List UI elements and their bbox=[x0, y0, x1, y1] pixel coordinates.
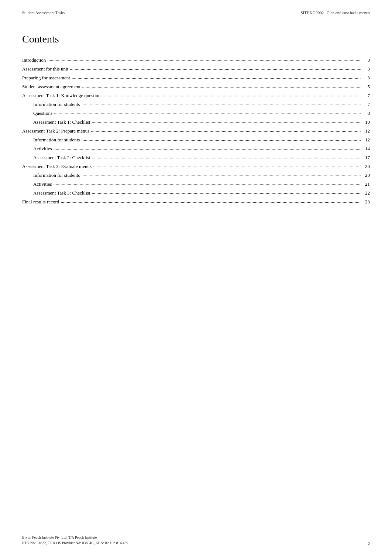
toc-label: Activities bbox=[22, 146, 52, 152]
footer-line1: Bryan Peach Institute Pty. Ltd. T/A Peac… bbox=[22, 535, 128, 540]
page-header: Student Assessment Tasks SITHKOP002 - Pl… bbox=[0, 0, 392, 15]
toc-label: Assessment Task 3: Checklist bbox=[22, 190, 90, 196]
toc-page-number: 12 bbox=[362, 128, 370, 134]
toc-row: Activities14 bbox=[22, 145, 370, 153]
toc-label: Questions bbox=[22, 110, 52, 116]
toc-dots bbox=[54, 181, 361, 186]
toc-row: Information for students7 bbox=[22, 100, 370, 109]
toc-row: Assessment Task 1: Knowledge questions7 bbox=[22, 92, 370, 100]
content-area: Contents Introduction3Assessment for thi… bbox=[0, 15, 392, 229]
toc-label: Information for students bbox=[22, 102, 80, 107]
toc-row: Assessment for this unit3 bbox=[22, 65, 370, 73]
page-footer: Bryan Peach Institute Pty. Ltd. T/A Peac… bbox=[22, 535, 370, 546]
toc-page-number: 8 bbox=[362, 110, 370, 116]
toc-dots bbox=[104, 92, 361, 98]
toc-label: Information for students bbox=[22, 172, 80, 178]
toc-row: Information for students20 bbox=[22, 171, 370, 179]
toc-label: Activities bbox=[22, 181, 52, 187]
toc-dots bbox=[72, 74, 361, 80]
toc-row: Assessment Task 3: Checklist22 bbox=[22, 189, 370, 197]
toc-label: Assessment Task 2: Checklist bbox=[22, 155, 90, 161]
toc-label: Introduction bbox=[22, 57, 46, 63]
toc-label: Information for students bbox=[22, 137, 80, 143]
toc-page-number: 20 bbox=[362, 164, 370, 169]
toc-dots bbox=[61, 198, 361, 204]
toc-dots bbox=[81, 172, 361, 178]
toc-label: Student assessment agreement bbox=[22, 84, 80, 90]
toc-dots bbox=[92, 154, 361, 160]
toc-row: Final results record23 bbox=[22, 198, 370, 206]
toc-page-number: 7 bbox=[362, 102, 370, 107]
toc-dots bbox=[93, 163, 361, 169]
toc-page-number: 10 bbox=[362, 119, 370, 125]
toc-row: Assessment Task 1: Checklist10 bbox=[22, 118, 370, 126]
toc-dots bbox=[47, 56, 361, 62]
toc-page-number: 5 bbox=[362, 84, 370, 90]
toc-dots bbox=[92, 119, 361, 124]
toc-dots bbox=[81, 136, 361, 142]
toc-page-number: 7 bbox=[362, 93, 370, 99]
toc-row: Introduction3 bbox=[22, 56, 370, 64]
footer-line2: RTO No: 31822, CRICOS Provider No: 03604… bbox=[22, 540, 128, 546]
page-title: Contents bbox=[22, 33, 370, 45]
toc-dots bbox=[82, 83, 361, 89]
toc-label: Assessment Task 3: Evaluate menus bbox=[22, 164, 92, 169]
toc-row: Preparing for assessment3 bbox=[22, 74, 370, 82]
toc-dots bbox=[92, 189, 361, 195]
toc-page-number: 3 bbox=[362, 57, 370, 63]
header-right: SITHKOP002 - Plan and cost basic menus bbox=[300, 10, 370, 15]
page-container: Student Assessment Tasks SITHKOP002 - Pl… bbox=[0, 0, 392, 556]
toc-dots bbox=[70, 65, 361, 71]
toc-row: Information for students12 bbox=[22, 136, 370, 144]
toc-label: Assessment Task 2: Prepare menus bbox=[22, 128, 89, 134]
toc-row: Assessment Task 2: Prepare menus12 bbox=[22, 127, 370, 135]
toc-label: Assessment for this unit bbox=[22, 66, 68, 72]
footer-left: Bryan Peach Institute Pty. Ltd. T/A Peac… bbox=[22, 535, 128, 546]
toc-row: Activities21 bbox=[22, 180, 370, 188]
toc-page-number: 22 bbox=[362, 190, 370, 196]
footer-page-number: 2 bbox=[368, 541, 370, 546]
toc-label: Preparing for assessment bbox=[22, 75, 70, 81]
toc-dots bbox=[91, 127, 361, 133]
toc-page-number: 23 bbox=[362, 199, 370, 205]
toc-dots bbox=[81, 101, 361, 107]
toc-page-number: 3 bbox=[362, 75, 370, 81]
toc-row: Assessment Task 3: Evaluate menus20 bbox=[22, 162, 370, 171]
toc-page-number: 12 bbox=[362, 137, 370, 143]
header-left: Student Assessment Tasks bbox=[22, 10, 65, 15]
toc-label: Assessment Task 1: Checklist bbox=[22, 119, 90, 125]
toc-label: Final results record bbox=[22, 199, 59, 205]
toc-row: Student assessment agreement5 bbox=[22, 83, 370, 91]
toc-row: Questions8 bbox=[22, 109, 370, 117]
toc-dots bbox=[54, 145, 361, 151]
toc-page-number: 20 bbox=[362, 172, 370, 178]
toc-page-number: 17 bbox=[362, 155, 370, 161]
table-of-contents: Introduction3Assessment for this unit3Pr… bbox=[22, 56, 370, 206]
toc-dots bbox=[54, 110, 361, 116]
toc-row: Assessment Task 2: Checklist17 bbox=[22, 154, 370, 162]
toc-label: Assessment Task 1: Knowledge questions bbox=[22, 93, 103, 99]
toc-page-number: 21 bbox=[362, 181, 370, 187]
toc-page-number: 3 bbox=[362, 66, 370, 72]
toc-page-number: 14 bbox=[362, 146, 370, 152]
